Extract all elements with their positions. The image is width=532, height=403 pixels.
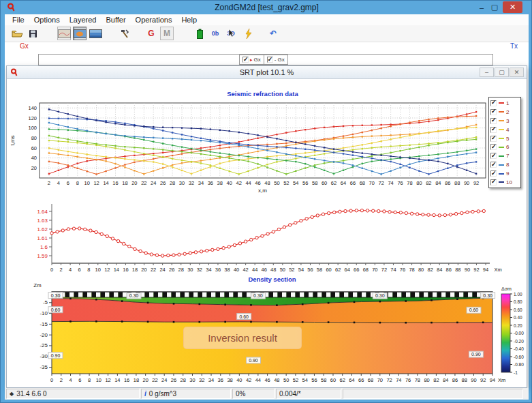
legend-label: 2 xyxy=(506,109,509,115)
legend-label: 4 xyxy=(506,127,509,133)
svg-text:64: 64 xyxy=(341,180,346,186)
checkbox-icon[interactable] xyxy=(490,170,497,177)
gx-tab-1[interactable]: -Gx xyxy=(264,55,288,65)
srt-minimize-button[interactable]: – xyxy=(480,68,494,77)
svg-text:4: 4 xyxy=(69,377,72,383)
view-observed-button[interactable] xyxy=(57,27,71,40)
settings-button[interactable] xyxy=(117,27,131,40)
series-color-dash xyxy=(499,164,504,166)
svg-text:1.6: 1.6 xyxy=(40,244,48,250)
svg-text:84: 84 xyxy=(435,180,441,186)
magnetic-mode-button[interactable]: M xyxy=(160,27,174,40)
svg-text:86: 86 xyxy=(452,377,458,383)
tab-marker: - xyxy=(275,57,277,63)
legend-label: 7 xyxy=(506,153,509,159)
svg-text:52: 52 xyxy=(293,377,298,383)
checkbox-icon[interactable] xyxy=(490,144,497,150)
save-button[interactable] xyxy=(26,27,40,40)
checkbox-icon[interactable] xyxy=(490,118,497,124)
svg-text:-25: -25 xyxy=(40,342,48,348)
menu-item-file[interactable]: File xyxy=(7,16,29,24)
svg-text:30: 30 xyxy=(189,377,195,383)
svg-text:0.90: 0.90 xyxy=(51,353,61,358)
svg-text:16: 16 xyxy=(124,377,129,383)
svg-text:1.59: 1.59 xyxy=(37,253,48,259)
svg-text:42: 42 xyxy=(236,180,241,186)
legend-item-3[interactable]: 3 xyxy=(490,117,520,125)
gravity-mode-button[interactable]: G xyxy=(144,27,158,40)
menu-item-buffer[interactable]: Buffer xyxy=(101,16,130,24)
svg-text:t,ms: t,ms xyxy=(10,135,16,145)
legend-item-1[interactable]: 1 xyxy=(490,99,520,108)
svg-text:46: 46 xyxy=(255,180,260,186)
svg-text:0.40: 0.40 xyxy=(514,315,522,320)
menu-item-layered[interactable]: Layered xyxy=(65,16,101,24)
svg-text:32: 32 xyxy=(199,377,204,383)
legend-item-5[interactable]: 5 xyxy=(490,134,520,143)
svg-text:24: 24 xyxy=(159,267,165,273)
svg-text:32: 32 xyxy=(189,180,194,186)
svg-text:54: 54 xyxy=(293,180,298,186)
svg-text:1.00: 1.00 xyxy=(514,292,522,297)
svg-text:60: 60 xyxy=(322,180,327,186)
close-button[interactable]: ✕ xyxy=(503,1,522,13)
checkbox-icon[interactable] xyxy=(267,57,273,63)
svg-text:0.80: 0.80 xyxy=(514,299,522,304)
checkbox-icon[interactable] xyxy=(490,127,497,133)
svg-text:0.60: 0.60 xyxy=(469,308,479,312)
svg-text:1.62: 1.62 xyxy=(37,226,48,233)
maximize-button[interactable]: ▢ xyxy=(488,2,501,12)
undo-button[interactable]: ↶ xyxy=(266,27,280,40)
svg-text:92: 92 xyxy=(480,377,486,383)
svg-text:86: 86 xyxy=(446,267,452,273)
legend-item-8[interactable]: 8 xyxy=(490,160,520,169)
svg-text:Zm: Zm xyxy=(33,282,42,288)
checkbox-icon[interactable] xyxy=(490,153,497,159)
svg-text:6: 6 xyxy=(78,377,81,383)
svg-text:0.30: 0.30 xyxy=(51,293,61,298)
svg-text:0.60: 0.60 xyxy=(239,314,249,319)
legend-item-2[interactable]: 2 xyxy=(490,108,520,117)
svg-text:20: 20 xyxy=(31,165,37,171)
gx-tab-0[interactable]: ▸Gx xyxy=(239,55,264,65)
legend-item-4[interactable]: 4 xyxy=(490,125,520,134)
minimize-button[interactable]: – xyxy=(475,2,488,12)
checkbox-icon[interactable] xyxy=(490,136,497,142)
svg-text:-10: -10 xyxy=(40,310,48,316)
checkbox-icon[interactable] xyxy=(490,179,497,185)
menu-item-options[interactable]: Options xyxy=(29,16,65,24)
svg-text:Δσm: Δσm xyxy=(501,286,512,291)
srt-maximize-button[interactable]: ▢ xyxy=(495,68,509,77)
srt-close-button[interactable]: ✕ xyxy=(510,68,524,77)
info-icon: i xyxy=(144,390,146,398)
menu-bar: FileOptionsLayeredBufferOperationsHelp xyxy=(5,14,529,25)
svg-text:74: 74 xyxy=(390,267,396,273)
view-sections-button[interactable] xyxy=(73,27,87,40)
checkbox-icon[interactable] xyxy=(490,109,497,115)
legend-item-7[interactable]: 7 xyxy=(490,151,520,160)
svg-text:2: 2 xyxy=(60,377,63,383)
legend-item-10[interactable]: 10 xyxy=(490,178,520,187)
svg-text:28: 28 xyxy=(170,180,175,186)
legend-item-9[interactable]: 9 xyxy=(490,169,520,178)
legend-label: 3 xyxy=(506,118,509,124)
view-model-button[interactable] xyxy=(89,27,102,40)
open-button[interactable] xyxy=(10,27,24,40)
run-button[interactable] xyxy=(242,27,255,40)
svg-text:0.90: 0.90 xyxy=(249,358,258,363)
menu-item-help[interactable]: Help xyxy=(176,16,202,24)
cursor-3d-button[interactable]: 3D xyxy=(224,27,238,40)
legend-label: 8 xyxy=(506,162,509,168)
svg-text:Xm: Xm xyxy=(494,267,501,273)
svg-text:26: 26 xyxy=(169,267,174,273)
checkbox-icon[interactable] xyxy=(490,162,497,168)
svg-text:28: 28 xyxy=(181,377,186,383)
svg-text:82: 82 xyxy=(428,267,433,273)
observed-data-button[interactable]: 0b xyxy=(208,27,222,40)
legend-item-6[interactable]: 6 xyxy=(490,143,520,151)
checkbox-icon[interactable] xyxy=(490,100,497,106)
svg-text:70: 70 xyxy=(369,180,375,186)
checkbox-icon[interactable] xyxy=(242,57,249,63)
battery-icon[interactable] xyxy=(193,27,206,40)
menu-item-operations[interactable]: Operations xyxy=(131,16,177,24)
